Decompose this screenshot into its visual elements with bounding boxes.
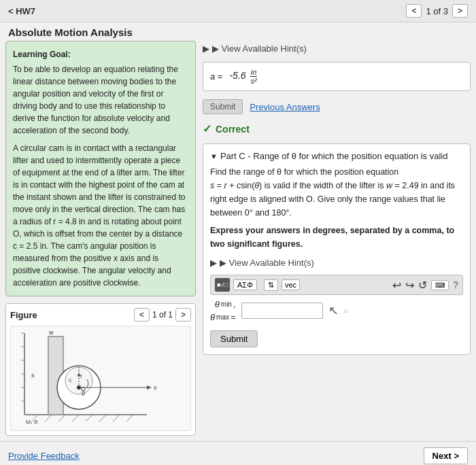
- answer-box: a = -5.6 in s²: [203, 62, 471, 91]
- previous-answers-link[interactable]: Previous Answers: [250, 102, 320, 112]
- next-button[interactable]: Next >: [424, 447, 468, 464]
- submit-row: Submit Previous Answers: [203, 99, 471, 114]
- figure-header: Figure < 1 of 1 >: [10, 308, 191, 322]
- submit2-button[interactable]: Submit: [210, 330, 258, 347]
- svg-text:s: s: [31, 372, 35, 379]
- part-c-body: Find the range of θ for which the positi…: [210, 165, 463, 251]
- figure-nav: < 1 of 1 >: [134, 308, 191, 322]
- math-icon-box[interactable]: ■√□: [215, 278, 230, 292]
- diagram-svg: w O r c θ: [11, 326, 191, 428]
- theta-input[interactable]: [241, 303, 323, 319]
- theta-min-label: θmin,: [215, 299, 236, 309]
- figure-title: Figure: [10, 310, 37, 320]
- sigma-phi-btn[interactable]: ΑΣΦ: [233, 279, 257, 290]
- svg-text:r: r: [80, 373, 82, 379]
- svg-line-15: [126, 415, 133, 421]
- part-c-header-text: Part C - Range of θ for which the positi…: [220, 151, 448, 161]
- part-c-body1: Find the range of θ for which the positi…: [210, 165, 463, 179]
- figure-prev-btn[interactable]: <: [134, 308, 150, 322]
- toolbar-row: ■√□ ΑΣΦ: [215, 278, 257, 292]
- svg-line-11: [72, 415, 79, 421]
- hint2-arrow-icon: ▶: [210, 258, 217, 268]
- hint-arrow-icon: ▶: [203, 44, 209, 54]
- figure-section: Figure < 1 of 1 >: [5, 303, 196, 436]
- top-bar: < HW7 < 1 of 3 >: [0, 0, 476, 22]
- vec-btn[interactable]: vec: [282, 279, 300, 290]
- math-icon: ■√□: [217, 281, 228, 288]
- question-icon[interactable]: ?: [453, 279, 458, 290]
- hint2-toggle[interactable]: ▶ ▶ View Available Hint(s): [210, 256, 463, 269]
- page-title: Absolute Motion Analysis: [0, 22, 476, 41]
- next-page-btn[interactable]: >: [452, 4, 468, 18]
- refresh-btn[interactable]: ↺: [418, 279, 427, 292]
- theta-max-label: θmax =: [210, 312, 236, 322]
- hint-toggle[interactable]: ▶ ▶ View Available Hint(s): [203, 41, 471, 56]
- back-link[interactable]: < HW7: [8, 6, 35, 16]
- figure-page: 1 of 1: [152, 310, 173, 320]
- toolbar-row2: ⇅ vec: [264, 279, 300, 291]
- submit-button[interactable]: Submit: [203, 99, 243, 114]
- svg-marker-29: [147, 385, 152, 390]
- cursor-arrow-icon: ↖: [328, 303, 339, 318]
- input-row: θmin, θmax = ↖ ○: [210, 299, 463, 322]
- svg-line-12: [86, 415, 92, 421]
- right-panel: ▶ ▶ View Available Hint(s) a = -5.6 in s…: [203, 41, 471, 436]
- checkmark-icon: ✓: [203, 122, 211, 135]
- undo-btn[interactable]: ↩: [392, 279, 401, 292]
- main-content: Learning Goal: To be able to develop an …: [0, 41, 476, 441]
- updown-arrows-btn[interactable]: ⇅: [264, 279, 278, 291]
- provide-feedback-link[interactable]: Provide Feedback: [8, 451, 80, 461]
- bottom-bar: Provide Feedback Next >: [0, 441, 476, 465]
- svg-text:ω, α: ω, α: [26, 418, 37, 425]
- learning-goal-box: Learning Goal: To be able to develop an …: [5, 41, 196, 296]
- left-panel: Learning Goal: To be able to develop an …: [5, 41, 196, 436]
- part-c-instruction: Express your answers in degrees, separat…: [210, 224, 463, 251]
- hint-label: ▶ View Available Hint(s): [212, 44, 307, 54]
- svg-text:θ: θ: [82, 390, 85, 397]
- svg-line-14: [113, 415, 120, 421]
- learning-goal-text: To be able to develop an equation relati…: [13, 63, 188, 137]
- theta-labels: θmin, θmax =: [210, 299, 236, 322]
- answer-value: -5.6 in s²: [229, 68, 257, 85]
- part-header: ▼ Part C - Range of θ for which the posi…: [210, 151, 463, 161]
- part-c-body2: s = r + csin(θ) is valid if the width of…: [210, 179, 463, 220]
- learning-goal-title: Learning Goal:: [13, 48, 188, 61]
- keyboard-btn[interactable]: ⌨: [431, 280, 449, 290]
- svg-text:c: c: [69, 377, 72, 383]
- figure-diagram: w O r c θ: [10, 326, 191, 431]
- prev-page-btn[interactable]: <: [406, 4, 422, 18]
- redo-btn[interactable]: ↪: [405, 279, 414, 292]
- correct-banner: ✓ Correct: [203, 120, 471, 138]
- svg-text:x: x: [154, 384, 157, 391]
- problem-text: A circular cam is in contact with a rect…: [13, 142, 188, 289]
- answer-unit: in s²: [250, 68, 257, 85]
- hint2-label: ▶ View Available Hint(s): [220, 258, 314, 268]
- input-toolbar: ■√□ ΑΣΦ ⇅ vec ↩ ↪ ↺ ⌨ ?: [210, 275, 463, 295]
- degree-symbol: ○: [344, 307, 348, 315]
- svg-text:w: w: [48, 329, 54, 336]
- svg-line-13: [99, 415, 106, 421]
- part-c-arrow-icon[interactable]: ▼: [210, 152, 218, 160]
- svg-line-9: [45, 415, 52, 421]
- part-c-section: ▼ Part C - Range of θ for which the posi…: [203, 143, 471, 355]
- answer-prefix: a =: [210, 71, 222, 82]
- svg-line-10: [58, 415, 65, 421]
- correct-label: Correct: [216, 124, 250, 135]
- page-number: 1 of 3: [426, 6, 448, 16]
- figure-next-btn[interactable]: >: [175, 308, 191, 322]
- pagination: < 1 of 3 >: [406, 4, 468, 18]
